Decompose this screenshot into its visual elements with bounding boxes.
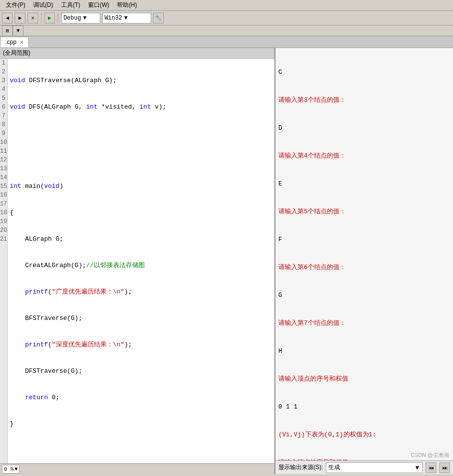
menu-debug[interactable]: 调试(D)	[29, 0, 57, 10]
line-number-9: 9	[0, 129, 5, 138]
menu-help[interactable]: 帮助(H)	[113, 0, 141, 10]
toolbar-sep-1	[41, 13, 42, 23]
out-2: D	[278, 123, 450, 133]
code-line-1: void DFSTraverse(ALGraph G);	[10, 76, 272, 85]
line-number-1: 1	[0, 59, 5, 68]
out-8: G	[278, 291, 450, 300]
code-line-14: }	[10, 420, 272, 429]
platform-dropdown[interactable]: Win32 ▼	[102, 13, 151, 23]
line-number-15: 15	[0, 182, 5, 191]
line-number-18: 18	[0, 208, 5, 217]
toolbar-btn-2[interactable]: ▶	[15, 13, 25, 23]
out-10: H	[278, 346, 450, 356]
code-pane: (全局范围) 123456789101112131415161718192021…	[0, 48, 275, 474]
line-number-10: 10	[0, 138, 5, 147]
out-7: 请输入第6个结点的值：	[278, 263, 450, 272]
out-0: C	[278, 68, 450, 77]
scope-label: (全局范围)	[3, 49, 30, 57]
line-number-16: 16	[0, 191, 5, 200]
out-13: (Vi,Vj)下表为(0,1)的权值为1:	[278, 430, 450, 439]
toolbar: ◀ ▶ ✕ ▶ Debug ▼ Win32 ▼ 🔧	[0, 11, 453, 25]
tab-label: .cpp	[5, 39, 17, 45]
code-line-7: ALGraph G;	[10, 235, 272, 244]
main-area: (全局范围) 123456789101112131415161718192021…	[0, 48, 453, 474]
line-number-7: 7	[0, 112, 5, 120]
output-source-label: 显示输出来源(S):	[278, 463, 323, 472]
code-line-12: DFSTraverse(G);	[10, 367, 272, 376]
code-line-5: int main(void)	[10, 182, 272, 191]
code-line-2: void DFS(ALGraph G, int *visited, int v)…	[10, 103, 272, 112]
line-number-17: 17	[0, 200, 5, 208]
out-11: 请输入顶点的序号和权值	[278, 374, 450, 384]
output-content[interactable]: C 请输入第3个结点的值： D 请输入第4个结点的值： E 请输入第5个结点的值…	[275, 48, 453, 460]
menu-file[interactable]: 文件(P)	[2, 0, 29, 10]
code-line-13: return 0;	[10, 393, 272, 402]
code-content[interactable]: void DFSTraverse(ALGraph G); void DFS(AL…	[8, 59, 274, 463]
zoom-dropdown[interactable]: 0 % ▼	[2, 465, 20, 474]
line-number-14: 14	[0, 173, 5, 182]
bottom-strip	[0, 474, 453, 476]
out-6: F	[278, 235, 450, 244]
line-number-5: 5	[0, 94, 5, 103]
source-btn-2[interactable]: ⏭	[439, 462, 450, 473]
menu-window[interactable]: 窗口(W)	[84, 0, 113, 10]
line-numbers: 123456789101112131415161718192021	[0, 59, 8, 463]
line-number-13: 13	[0, 164, 5, 173]
code-line-6: {	[10, 208, 272, 217]
tab-bar: .cpp ✕	[0, 36, 453, 48]
platform-arrow: ▼	[124, 15, 128, 22]
out-4: E	[278, 179, 450, 188]
tab-close-icon[interactable]: ✕	[20, 40, 23, 45]
toolbar2-btn-2[interactable]: ▼	[13, 25, 23, 36]
line-number-12: 12	[0, 156, 5, 164]
code-line-9: printf("广度优先遍历结果：\n");	[10, 288, 272, 296]
line-number-2: 2	[0, 68, 5, 76]
tab-cpp[interactable]: .cpp ✕	[0, 37, 29, 47]
code-line-4	[10, 156, 272, 164]
debug-label: Debug	[64, 15, 81, 22]
toolbar-sep-2	[58, 13, 58, 23]
line-number-3: 3	[0, 76, 5, 85]
line-number-6: 6	[0, 103, 5, 112]
output-pane: C 请输入第3个结点的值： D 请输入第4个结点的值： E 请输入第5个结点的值…	[275, 48, 453, 474]
code-line-10: BFSTraverse(G);	[10, 314, 272, 323]
line-number-4: 4	[0, 85, 5, 94]
line-number-11: 11	[0, 147, 5, 156]
source-btn-1[interactable]: ⏮	[426, 462, 436, 473]
line-number-8: 8	[0, 120, 5, 129]
out-1: 请输入第3个结点的值：	[278, 95, 450, 105]
code-line-11: printf("深度优先遍历结果：\n");	[10, 340, 272, 349]
menu-bar: 文件(P) 调试(D) 工具(T) 窗口(W) 帮助(H)	[0, 0, 453, 11]
toolbar-btn-3[interactable]: ✕	[27, 13, 38, 23]
code-line-3	[10, 129, 272, 138]
zoom-value: 0 %	[4, 466, 14, 472]
toolbar-btn-4[interactable]: 🔧	[153, 13, 164, 23]
line-number-20: 20	[0, 226, 5, 235]
debug-dropdown[interactable]: Debug ▼	[61, 13, 100, 23]
out-3: 请输入第4个结点的值：	[278, 151, 450, 160]
output-source-bar: 显示输出来源(S): 生成 ▼ ⏮ ⏭	[275, 460, 453, 474]
toolbar2-btn-1[interactable]: ⊞	[2, 25, 13, 36]
menu-tools[interactable]: 工具(T)	[57, 0, 84, 10]
source-dropdown[interactable]: 生成 ▼	[326, 462, 423, 473]
source-arrow: ▼	[414, 464, 420, 471]
out-9: 请输入第7个结点的值：	[278, 318, 450, 328]
out-5: 请输入第5个结点的值：	[278, 207, 450, 216]
zoom-arrow: ▼	[15, 466, 18, 472]
line-number-21: 21	[0, 235, 5, 244]
watermark: CSDN @尘淅湖	[411, 452, 449, 459]
code-area[interactable]: 123456789101112131415161718192021 void D…	[0, 59, 274, 463]
run-button[interactable]: ▶	[45, 13, 55, 23]
out-12: 0 1 1	[278, 402, 450, 411]
debug-arrow: ▼	[83, 15, 87, 22]
scope-bar: (全局范围)	[0, 48, 274, 59]
platform-label: Win32	[105, 15, 122, 22]
toolbar2: ⊞ ▼	[0, 25, 453, 36]
code-line-15	[10, 446, 272, 455]
toolbar-btn-1[interactable]: ◀	[2, 13, 13, 23]
code-line-8: CreatALGraph(G);//以邻接表法存储图	[10, 261, 272, 270]
source-value: 生成	[328, 463, 340, 472]
line-number-19: 19	[0, 217, 5, 226]
zoom-bar: 0 % ▼	[0, 463, 274, 474]
